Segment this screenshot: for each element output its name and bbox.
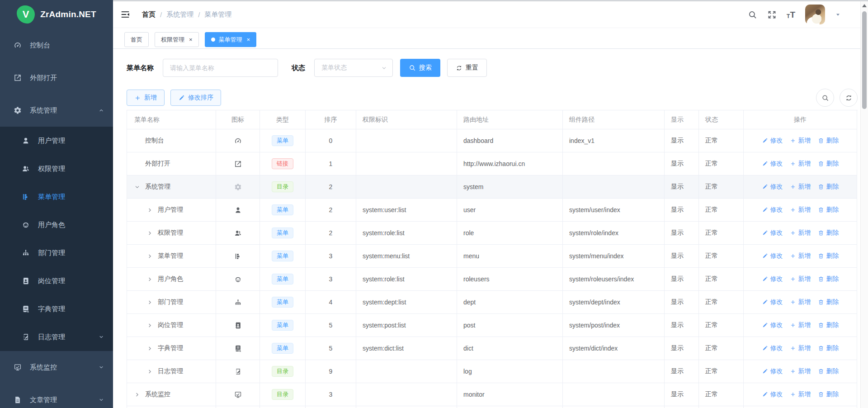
- edit-link[interactable]: 修改: [762, 367, 783, 375]
- path-cell: monitor: [457, 383, 563, 406]
- table-row: 用户管理菜单2system:user:listusersystem/user/i…: [127, 199, 858, 222]
- sidebar-item-tree[interactable]: 菜单管理: [0, 183, 113, 211]
- font-size-icon[interactable]: TT: [787, 10, 795, 19]
- book-icon: [234, 345, 242, 352]
- menu-icon-cell: [216, 360, 260, 383]
- delete-link[interactable]: 删除: [818, 206, 839, 214]
- delete-link[interactable]: 删除: [818, 321, 839, 329]
- sort-button[interactable]: 修改排序: [170, 90, 221, 106]
- tree-expand-icon[interactable]: [134, 392, 143, 398]
- tree-expand-icon[interactable]: [147, 253, 156, 259]
- edit-link[interactable]: 修改: [762, 252, 783, 260]
- tree-expand-icon[interactable]: [134, 184, 143, 190]
- plus-icon: [790, 345, 796, 351]
- tab-菜单管理[interactable]: 菜单管理×: [205, 32, 257, 47]
- edit-link[interactable]: 修改: [762, 206, 783, 214]
- edit-link[interactable]: 修改: [762, 137, 783, 145]
- add-link[interactable]: 新增: [790, 390, 811, 399]
- add-link[interactable]: 新增: [790, 229, 811, 237]
- delete-link[interactable]: 删除: [818, 344, 839, 352]
- add-link[interactable]: 新增: [790, 183, 811, 191]
- sidebar-item-doc[interactable]: 文章管理: [0, 384, 113, 408]
- status-select[interactable]: 菜单状态: [314, 59, 393, 77]
- edit-link[interactable]: 修改: [762, 298, 783, 306]
- delete-link[interactable]: 删除: [818, 137, 839, 145]
- refresh-circle-button[interactable]: [840, 89, 858, 107]
- add-link[interactable]: 新增: [790, 206, 811, 214]
- tab-权限管理[interactable]: 权限管理×: [155, 32, 199, 47]
- sidebar-item-user[interactable]: 用户管理: [0, 127, 113, 155]
- add-button[interactable]: 新增: [127, 90, 165, 106]
- delete-link[interactable]: 删除: [818, 160, 839, 168]
- visible-cell: 显示: [665, 360, 699, 383]
- path-cell: dept: [457, 291, 563, 314]
- column-header: 操作: [744, 110, 857, 129]
- perms-cell: system:role:list: [356, 268, 457, 291]
- edit-link[interactable]: 修改: [762, 160, 783, 168]
- add-link[interactable]: 新增: [790, 160, 811, 168]
- type-tag: 目录: [272, 181, 293, 192]
- add-link[interactable]: 新增: [790, 321, 811, 329]
- visible-cell: 显示: [665, 176, 699, 199]
- sidebar-item-org[interactable]: 部门管理: [0, 239, 113, 267]
- delete-link[interactable]: 删除: [818, 183, 839, 191]
- menu-type-cell: 目录: [260, 176, 306, 199]
- edit-link[interactable]: 修改: [762, 390, 783, 399]
- tree-expand-icon[interactable]: [147, 230, 156, 236]
- action-label: 修改: [770, 390, 783, 399]
- delete-link[interactable]: 删除: [818, 229, 839, 237]
- delete-link[interactable]: 删除: [818, 298, 839, 306]
- add-link[interactable]: 新增: [790, 252, 811, 260]
- tree-expand-icon[interactable]: [147, 276, 156, 282]
- edit-link[interactable]: 修改: [762, 344, 783, 352]
- breadcrumb-separator: /: [160, 11, 162, 19]
- tree-expand-icon[interactable]: [147, 207, 156, 213]
- perms-cell: system:menu:list: [356, 245, 457, 268]
- delete-link[interactable]: 删除: [818, 252, 839, 260]
- tree-expand-icon[interactable]: [147, 323, 156, 328]
- menu-name-input[interactable]: [163, 59, 278, 77]
- tab-首页[interactable]: 首页: [124, 32, 149, 47]
- add-link[interactable]: 新增: [790, 275, 811, 283]
- sidebar-item-robot[interactable]: 用户角色: [0, 211, 113, 239]
- add-link[interactable]: 新增: [790, 137, 811, 145]
- tree-expand-icon[interactable]: [147, 346, 156, 351]
- tree-expand-icon[interactable]: [147, 369, 156, 375]
- sidebar-item-monitor[interactable]: 系统监控: [0, 351, 113, 384]
- empty-cell: [563, 406, 665, 408]
- add-link[interactable]: 新增: [790, 298, 811, 306]
- edit-link[interactable]: 修改: [762, 183, 783, 191]
- sidebar-item-badge[interactable]: 岗位管理: [0, 267, 113, 295]
- scrollbar-thumb[interactable]: [862, 11, 867, 109]
- delete-link[interactable]: 删除: [818, 275, 839, 283]
- menu-icon-cell: [216, 291, 260, 314]
- reset-button[interactable]: 重置: [447, 59, 487, 77]
- tab-close-icon[interactable]: ×: [247, 37, 250, 43]
- edit-link[interactable]: 修改: [762, 275, 783, 283]
- add-link[interactable]: 新增: [790, 367, 811, 375]
- sidebar-item-gear[interactable]: 系统管理: [0, 94, 113, 127]
- sidebar-item-log[interactable]: 日志管理: [0, 323, 113, 351]
- delete-link[interactable]: 删除: [818, 367, 839, 375]
- edit-link[interactable]: 修改: [762, 321, 783, 329]
- search-icon[interactable]: [748, 10, 757, 19]
- search-circle-button[interactable]: [816, 89, 834, 107]
- add-link[interactable]: 新增: [790, 344, 811, 352]
- sidebar-toggle-icon[interactable]: [120, 9, 130, 19]
- action-label: 新增: [798, 298, 811, 306]
- tab-close-icon[interactable]: ×: [189, 37, 193, 43]
- breadcrumb-item[interactable]: 首页: [142, 10, 156, 19]
- fullscreen-icon[interactable]: [767, 10, 777, 19]
- sidebar-item-external[interactable]: 外部打开: [0, 62, 113, 94]
- sidebar-item-gauge[interactable]: 控制台: [0, 29, 113, 62]
- sidebar-item-users[interactable]: 权限管理: [0, 155, 113, 183]
- sidebar-item-book[interactable]: 字典管理: [0, 295, 113, 323]
- edit-link[interactable]: 修改: [762, 229, 783, 237]
- search-button[interactable]: 搜索: [400, 59, 440, 77]
- tree-expand-icon[interactable]: [147, 299, 156, 305]
- edit-icon: [762, 207, 768, 213]
- delete-link[interactable]: 删除: [818, 390, 839, 399]
- scrollbar-up-arrow[interactable]: [862, 4, 867, 7]
- dropdown-caret-icon[interactable]: [835, 12, 841, 18]
- avatar[interactable]: [805, 5, 825, 24]
